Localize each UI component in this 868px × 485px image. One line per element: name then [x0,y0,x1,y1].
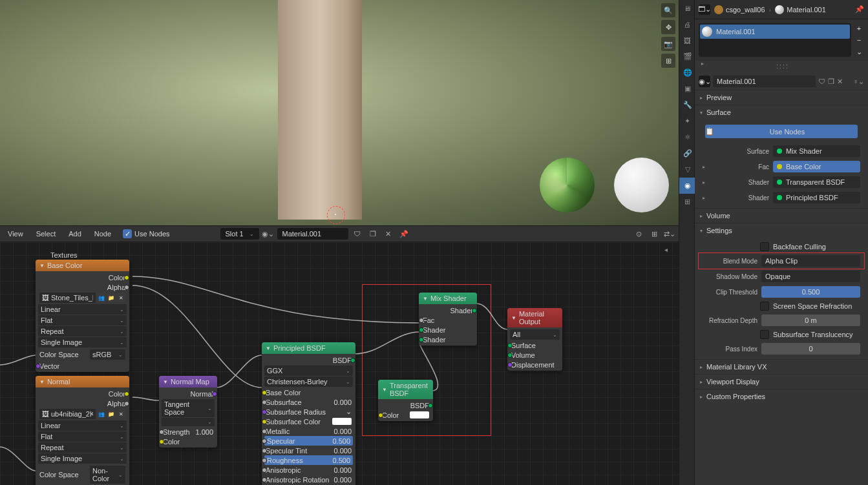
node-image-texture-normal[interactable]: ▼Normal Color Alpha 🖼ub4nibiag_2K_N… 👥📁✕… [36,376,129,485]
tab-physics[interactable]: ⚛ [679,129,695,145]
refraction-depth-field[interactable]: 0 m [761,315,860,326]
tab-material[interactable]: ◉ [679,178,695,194]
view-menu[interactable]: View [3,227,28,240]
unlink-icon[interactable]: ✕ [837,77,843,86]
tab-scene[interactable]: 🎬 [679,48,695,65]
users-icon[interactable]: 👥 [97,409,106,418]
image-field[interactable]: 🖼Stone_Tiles_Faca… [39,293,96,303]
node-menu[interactable]: Node [89,227,116,240]
section-surface[interactable]: ▾Surface [695,105,868,119]
section-preview[interactable]: ▸Preview [695,90,868,105]
image-field[interactable]: 🖼ub4nibiag_2K_N… [39,409,96,419]
extension-dropdown[interactable]: Repeat⌄ [38,326,127,336]
pin-icon[interactable]: 📌 [397,227,410,240]
shader1-field[interactable]: Transparent BSDF [773,176,860,188]
tab-constraints[interactable]: 🔗 [679,145,695,161]
target-dropdown[interactable]: All⌄ [510,329,560,340]
users-icon[interactable]: 👥 [97,293,106,302]
clip-threshold-field[interactable]: 0.500 [761,286,860,298]
section-volume[interactable]: ▸Volume [695,209,868,223]
snap-icon[interactable]: ⊙ [632,227,645,240]
close-icon[interactable]: ✕ [116,293,125,302]
node-transparent-bsdf[interactable]: ▼Transparent BSDF BSDF Color [378,380,433,421]
tab-object[interactable]: ▣ [679,81,695,97]
overlay-icon[interactable]: ⇄⌄ [663,227,676,240]
node-normal-map[interactable]: ▼Normal Map Normal Tangent Space⌄ ⌄ Stre… [159,376,217,448]
tab-texture[interactable]: ⊞ [679,194,695,210]
node-toggle-icon[interactable]: ♀⌄ [853,77,864,86]
node-material-output[interactable]: ▼Material Output All⌄ Surface Volume Dis… [507,308,562,371]
extension-dropdown[interactable]: Repeat⌄ [38,442,127,453]
slot-specials-menu[interactable]: ⌄ [854,46,864,57]
shield-icon[interactable]: 🛡 [351,227,364,240]
tab-particles[interactable]: ✦ [679,113,695,129]
pass-index-field[interactable]: 0 [761,343,860,355]
drag-handle-icon[interactable]: :::: [776,61,789,71]
section-custom-properties[interactable]: ▸Custom Properties [695,389,868,404]
node-mix-shader[interactable]: ▼Mix Shader Shader Fac Shader Shader [419,293,477,346]
open-icon[interactable]: 📁 [107,293,116,302]
distribution-dropdown[interactable]: GGX⌄ [264,366,353,376]
pin-icon[interactable]: 📌 [855,5,864,14]
pan-gizmo[interactable]: ✥ [661,20,675,34]
section-viewport-display[interactable]: ▸Viewport Display [695,375,868,389]
material-name-field[interactable]: Material.001 [713,76,816,87]
tab-world[interactable]: 🌐 [679,65,695,81]
expand-arrow-icon[interactable]: ▸ [701,61,704,71]
node-principled-bsdf[interactable]: ▼Principled BSDF BSDF GGX⌄ Christensen-B… [262,342,355,485]
tab-render[interactable]: 🖥 [679,0,695,16]
material-browse-button[interactable]: ◉⌄ [699,76,710,87]
node-editor-canvas[interactable]: Textures ▼Base Color Color Alpha 🖼Stone_… [0,242,679,485]
collapse-arrow-icon[interactable]: ◂ [664,246,675,256]
new-material-icon[interactable]: ❐ [366,227,379,240]
breadcrumb-material[interactable]: Material.001 [775,5,826,14]
breadcrumb-object[interactable]: csgo_wall06 [714,5,765,14]
blend-mode-dropdown[interactable]: Alpha Clip [761,255,860,267]
ssr-checkbox[interactable] [760,302,769,311]
source-dropdown[interactable]: Single Image⌄ [38,337,127,347]
interpolation-dropdown[interactable]: Linear⌄ [38,420,127,431]
use-nodes-checkbox[interactable]: ✓ [123,229,132,238]
sss-dropdown[interactable]: Christensen-Burley⌄ [264,377,353,387]
shadow-mode-dropdown[interactable]: Opaque [761,271,860,282]
add-menu[interactable]: Add [63,227,87,240]
projection-dropdown[interactable]: Flat⌄ [38,315,127,325]
viewport-3d[interactable]: 🔍 ✥ 📷 ⊞ [0,0,679,225]
tab-viewlayer[interactable]: 🖼 [679,32,695,48]
source-dropdown[interactable]: Single Image⌄ [38,453,127,464]
snap-type-icon[interactable]: ⊞ [648,227,661,240]
sst-checkbox[interactable] [760,330,769,339]
camera-gizmo[interactable]: 📷 [661,37,675,51]
close-icon[interactable]: ✕ [116,409,125,418]
use-nodes-button[interactable]: 📋Use Nodes [705,125,858,138]
surface-shader-field[interactable]: Mix Shader [773,145,860,157]
duplicate-icon[interactable]: ❐ [828,77,834,86]
unlink-icon[interactable]: ✕ [382,227,395,240]
editor-type-icon[interactable]: 🗔⌄ [699,5,710,15]
perspective-gizmo[interactable]: ⊞ [661,54,675,68]
zoom-gizmo[interactable]: 🔍 [661,3,675,17]
add-slot-button[interactable]: + [854,23,864,34]
material-slot-list[interactable]: Material.001 [699,23,851,57]
section-material-library[interactable]: ▸Material Library VX [695,360,868,374]
backface-culling-checkbox[interactable] [760,242,769,251]
material-slot-item[interactable]: Material.001 [700,25,850,39]
shader2-field[interactable]: Principled BSDF [773,192,860,203]
uvmap-dropdown[interactable]: ⌄ [162,418,215,426]
tab-data[interactable]: ▽ [679,161,695,178]
space-dropdown[interactable]: Tangent Space⌄ [162,399,215,417]
colorspace-dropdown[interactable]: sRGB⌄ [90,349,125,360]
material-browse-icon[interactable]: ◉⌄ [262,227,275,240]
node-image-texture-base-color[interactable]: ▼Base Color Color Alpha 🖼Stone_Tiles_Fac… [36,260,129,372]
colorspace-dropdown[interactable]: Non-Color⌄ [90,466,125,484]
fac-field[interactable]: Base Color [773,161,860,172]
select-menu[interactable]: Select [31,227,61,240]
tab-modifiers[interactable]: 🔧 [679,97,695,113]
projection-dropdown[interactable]: Flat⌄ [38,431,127,442]
section-settings[interactable]: ▾Settings [695,223,868,238]
remove-slot-button[interactable]: − [854,35,864,45]
interpolation-dropdown[interactable]: Linear⌄ [38,304,127,315]
material-slot-dropdown[interactable]: Slot 1⌄ [220,228,259,240]
material-name-field[interactable]: Material.001 [277,228,348,240]
shield-icon[interactable]: 🛡 [818,77,825,85]
